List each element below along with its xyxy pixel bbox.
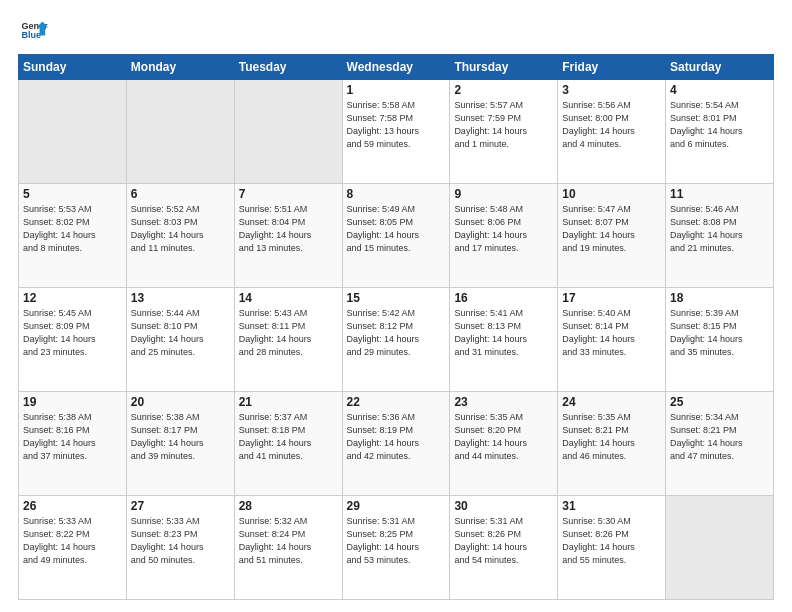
day-number: 23 — [454, 395, 553, 409]
day-number: 15 — [347, 291, 446, 305]
day-info: Sunrise: 5:41 AM Sunset: 8:13 PM Dayligh… — [454, 307, 553, 359]
calendar-table: SundayMondayTuesdayWednesdayThursdayFrid… — [18, 54, 774, 600]
day-info: Sunrise: 5:33 AM Sunset: 8:23 PM Dayligh… — [131, 515, 230, 567]
calendar-cell: 12Sunrise: 5:45 AM Sunset: 8:09 PM Dayli… — [19, 288, 127, 392]
logo-icon: General Blue — [20, 16, 48, 44]
day-number: 10 — [562, 187, 661, 201]
day-number: 14 — [239, 291, 338, 305]
day-info: Sunrise: 5:38 AM Sunset: 8:17 PM Dayligh… — [131, 411, 230, 463]
day-info: Sunrise: 5:51 AM Sunset: 8:04 PM Dayligh… — [239, 203, 338, 255]
day-info: Sunrise: 5:52 AM Sunset: 8:03 PM Dayligh… — [131, 203, 230, 255]
calendar-cell: 31Sunrise: 5:30 AM Sunset: 8:26 PM Dayli… — [558, 496, 666, 600]
calendar-week-2: 5Sunrise: 5:53 AM Sunset: 8:02 PM Daylig… — [19, 184, 774, 288]
calendar-cell: 15Sunrise: 5:42 AM Sunset: 8:12 PM Dayli… — [342, 288, 450, 392]
calendar-cell: 4Sunrise: 5:54 AM Sunset: 8:01 PM Daylig… — [666, 80, 774, 184]
day-info: Sunrise: 5:49 AM Sunset: 8:05 PM Dayligh… — [347, 203, 446, 255]
day-number: 30 — [454, 499, 553, 513]
weekday-header-monday: Monday — [126, 55, 234, 80]
day-number: 31 — [562, 499, 661, 513]
calendar-week-4: 19Sunrise: 5:38 AM Sunset: 8:16 PM Dayli… — [19, 392, 774, 496]
day-info: Sunrise: 5:37 AM Sunset: 8:18 PM Dayligh… — [239, 411, 338, 463]
weekday-header-row: SundayMondayTuesdayWednesdayThursdayFrid… — [19, 55, 774, 80]
calendar-cell — [126, 80, 234, 184]
calendar-cell: 14Sunrise: 5:43 AM Sunset: 8:11 PM Dayli… — [234, 288, 342, 392]
calendar-cell: 6Sunrise: 5:52 AM Sunset: 8:03 PM Daylig… — [126, 184, 234, 288]
day-number: 21 — [239, 395, 338, 409]
day-info: Sunrise: 5:44 AM Sunset: 8:10 PM Dayligh… — [131, 307, 230, 359]
calendar-cell: 28Sunrise: 5:32 AM Sunset: 8:24 PM Dayli… — [234, 496, 342, 600]
day-number: 19 — [23, 395, 122, 409]
page: General Blue SundayMondayTuesdayWednesda… — [0, 0, 792, 612]
day-number: 27 — [131, 499, 230, 513]
calendar-cell: 13Sunrise: 5:44 AM Sunset: 8:10 PM Dayli… — [126, 288, 234, 392]
day-info: Sunrise: 5:36 AM Sunset: 8:19 PM Dayligh… — [347, 411, 446, 463]
day-info: Sunrise: 5:38 AM Sunset: 8:16 PM Dayligh… — [23, 411, 122, 463]
day-number: 16 — [454, 291, 553, 305]
day-number: 8 — [347, 187, 446, 201]
day-info: Sunrise: 5:57 AM Sunset: 7:59 PM Dayligh… — [454, 99, 553, 151]
day-number: 6 — [131, 187, 230, 201]
day-number: 11 — [670, 187, 769, 201]
day-info: Sunrise: 5:45 AM Sunset: 8:09 PM Dayligh… — [23, 307, 122, 359]
day-number: 2 — [454, 83, 553, 97]
day-info: Sunrise: 5:54 AM Sunset: 8:01 PM Dayligh… — [670, 99, 769, 151]
weekday-header-tuesday: Tuesday — [234, 55, 342, 80]
calendar-cell: 25Sunrise: 5:34 AM Sunset: 8:21 PM Dayli… — [666, 392, 774, 496]
day-info: Sunrise: 5:53 AM Sunset: 8:02 PM Dayligh… — [23, 203, 122, 255]
day-info: Sunrise: 5:40 AM Sunset: 8:14 PM Dayligh… — [562, 307, 661, 359]
day-number: 7 — [239, 187, 338, 201]
weekday-header-friday: Friday — [558, 55, 666, 80]
calendar-cell: 9Sunrise: 5:48 AM Sunset: 8:06 PM Daylig… — [450, 184, 558, 288]
calendar-cell: 19Sunrise: 5:38 AM Sunset: 8:16 PM Dayli… — [19, 392, 127, 496]
day-info: Sunrise: 5:48 AM Sunset: 8:06 PM Dayligh… — [454, 203, 553, 255]
calendar-cell — [19, 80, 127, 184]
calendar-cell: 7Sunrise: 5:51 AM Sunset: 8:04 PM Daylig… — [234, 184, 342, 288]
day-info: Sunrise: 5:39 AM Sunset: 8:15 PM Dayligh… — [670, 307, 769, 359]
day-number: 13 — [131, 291, 230, 305]
calendar-cell: 1Sunrise: 5:58 AM Sunset: 7:58 PM Daylig… — [342, 80, 450, 184]
calendar-cell: 16Sunrise: 5:41 AM Sunset: 8:13 PM Dayli… — [450, 288, 558, 392]
day-info: Sunrise: 5:47 AM Sunset: 8:07 PM Dayligh… — [562, 203, 661, 255]
day-info: Sunrise: 5:35 AM Sunset: 8:20 PM Dayligh… — [454, 411, 553, 463]
calendar-cell: 2Sunrise: 5:57 AM Sunset: 7:59 PM Daylig… — [450, 80, 558, 184]
weekday-header-wednesday: Wednesday — [342, 55, 450, 80]
calendar-cell: 23Sunrise: 5:35 AM Sunset: 8:20 PM Dayli… — [450, 392, 558, 496]
day-info: Sunrise: 5:31 AM Sunset: 8:25 PM Dayligh… — [347, 515, 446, 567]
calendar-cell: 26Sunrise: 5:33 AM Sunset: 8:22 PM Dayli… — [19, 496, 127, 600]
calendar-week-5: 26Sunrise: 5:33 AM Sunset: 8:22 PM Dayli… — [19, 496, 774, 600]
day-info: Sunrise: 5:31 AM Sunset: 8:26 PM Dayligh… — [454, 515, 553, 567]
weekday-header-thursday: Thursday — [450, 55, 558, 80]
calendar-cell: 5Sunrise: 5:53 AM Sunset: 8:02 PM Daylig… — [19, 184, 127, 288]
day-info: Sunrise: 5:42 AM Sunset: 8:12 PM Dayligh… — [347, 307, 446, 359]
day-number: 9 — [454, 187, 553, 201]
calendar-cell: 20Sunrise: 5:38 AM Sunset: 8:17 PM Dayli… — [126, 392, 234, 496]
day-number: 1 — [347, 83, 446, 97]
day-number: 18 — [670, 291, 769, 305]
day-number: 4 — [670, 83, 769, 97]
calendar-week-1: 1Sunrise: 5:58 AM Sunset: 7:58 PM Daylig… — [19, 80, 774, 184]
header: General Blue — [18, 16, 774, 44]
day-info: Sunrise: 5:32 AM Sunset: 8:24 PM Dayligh… — [239, 515, 338, 567]
day-number: 3 — [562, 83, 661, 97]
calendar-cell: 17Sunrise: 5:40 AM Sunset: 8:14 PM Dayli… — [558, 288, 666, 392]
day-info: Sunrise: 5:30 AM Sunset: 8:26 PM Dayligh… — [562, 515, 661, 567]
calendar-cell: 27Sunrise: 5:33 AM Sunset: 8:23 PM Dayli… — [126, 496, 234, 600]
day-number: 20 — [131, 395, 230, 409]
logo: General Blue — [18, 16, 48, 44]
calendar-week-3: 12Sunrise: 5:45 AM Sunset: 8:09 PM Dayli… — [19, 288, 774, 392]
day-info: Sunrise: 5:33 AM Sunset: 8:22 PM Dayligh… — [23, 515, 122, 567]
day-number: 17 — [562, 291, 661, 305]
calendar-cell: 18Sunrise: 5:39 AM Sunset: 8:15 PM Dayli… — [666, 288, 774, 392]
day-number: 25 — [670, 395, 769, 409]
calendar-cell: 22Sunrise: 5:36 AM Sunset: 8:19 PM Dayli… — [342, 392, 450, 496]
calendar-cell: 30Sunrise: 5:31 AM Sunset: 8:26 PM Dayli… — [450, 496, 558, 600]
day-info: Sunrise: 5:34 AM Sunset: 8:21 PM Dayligh… — [670, 411, 769, 463]
calendar-cell: 10Sunrise: 5:47 AM Sunset: 8:07 PM Dayli… — [558, 184, 666, 288]
day-number: 26 — [23, 499, 122, 513]
calendar-cell — [234, 80, 342, 184]
day-number: 29 — [347, 499, 446, 513]
day-number: 28 — [239, 499, 338, 513]
day-number: 24 — [562, 395, 661, 409]
day-info: Sunrise: 5:46 AM Sunset: 8:08 PM Dayligh… — [670, 203, 769, 255]
day-info: Sunrise: 5:56 AM Sunset: 8:00 PM Dayligh… — [562, 99, 661, 151]
